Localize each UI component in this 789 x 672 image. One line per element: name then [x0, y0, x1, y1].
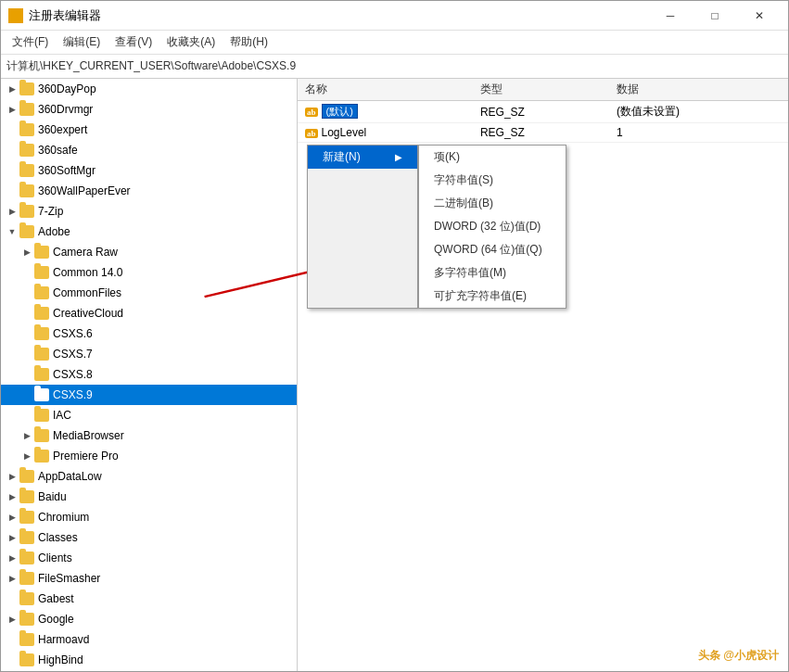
tree-item[interactable]: ▶Premiere Pro — [1, 446, 297, 466]
context-menu-item[interactable]: 可扩充字符串值(E) — [419, 285, 566, 308]
cell-type: REG_SZ — [473, 101, 609, 123]
expand-icon[interactable] — [19, 347, 34, 361]
expand-icon[interactable] — [5, 653, 19, 667]
context-menu-item[interactable]: 二进制值(B) — [419, 192, 566, 215]
tree-label: Common 14.0 — [53, 266, 122, 279]
new-submenu: 新建(N) ▶ — [307, 145, 418, 309]
tree-item[interactable]: ▶AppDataLow — [1, 466, 297, 487]
expand-icon[interactable]: ▶ — [5, 82, 19, 96]
window-title: 注册表编辑器 — [29, 7, 649, 24]
menu-item[interactable]: 帮助(H) — [223, 32, 275, 53]
context-menu-item[interactable]: 字符串值(S) — [419, 169, 566, 192]
tree-item[interactable]: CSXS.8 — [1, 364, 297, 385]
expand-icon[interactable] — [5, 163, 19, 178]
expand-icon[interactable]: ▶ — [5, 469, 19, 484]
tree-label: MediaBrowser — [53, 429, 124, 442]
tree-item[interactable]: ▶Classes — [1, 527, 297, 548]
expand-icon[interactable]: ▶ — [19, 245, 34, 260]
maximize-button[interactable]: □ — [694, 1, 736, 31]
folder-icon — [19, 82, 34, 95]
svg-rect-2 — [9, 17, 15, 22]
context-menu-item[interactable]: 项(K) — [419, 146, 566, 169]
expand-icon[interactable]: ▶ — [5, 551, 19, 565]
expand-icon[interactable]: ▶ — [5, 571, 19, 586]
tree-item[interactable]: ▶Camera Raw — [1, 242, 297, 262]
context-menu-item[interactable]: 多字符串值(M) — [419, 261, 566, 285]
folder-icon — [34, 368, 49, 381]
tree-item[interactable]: Common 14.0 — [1, 262, 297, 283]
menu-item[interactable]: 编辑(E) — [56, 32, 108, 53]
cell-data: (数值未设置) — [609, 101, 788, 123]
tree-item[interactable]: ▶FileSmasher — [1, 568, 297, 589]
menu-item[interactable]: 收藏夹(A) — [159, 32, 223, 53]
expand-icon[interactable]: ▶ — [5, 530, 19, 545]
tree-label: 360SoftMgr — [38, 164, 95, 177]
tree-item[interactable]: CommonFiles — [1, 283, 297, 303]
table-row[interactable]: ab(默认)REG_SZ(数值未设置) — [298, 101, 788, 123]
tree-item[interactable]: 360safe — [1, 140, 297, 160]
expand-icon[interactable]: ▶ — [5, 102, 19, 117]
tree-item[interactable]: ▶MediaBrowser — [1, 425, 297, 446]
expand-icon[interactable] — [19, 285, 34, 300]
tree-item[interactable]: IAC — [1, 405, 297, 425]
expand-icon[interactable] — [5, 591, 19, 606]
tree-item[interactable]: CSXS.6 — [1, 323, 297, 344]
expand-icon[interactable] — [19, 408, 34, 423]
expand-icon[interactable] — [5, 143, 19, 158]
tree-item[interactable]: ▶Baidu — [1, 487, 297, 507]
tree-item[interactable]: CSXS.7 — [1, 344, 297, 364]
new-menu-item[interactable]: 新建(N) ▶ — [308, 146, 417, 169]
new-type-submenu: 项(K)字符串值(S)二进制值(B)DWORD (32 位)值(D)QWORD … — [418, 145, 566, 309]
expand-icon[interactable] — [5, 122, 19, 137]
expand-icon[interactable] — [19, 306, 34, 321]
svg-rect-3 — [17, 17, 22, 22]
tree-label: Chromium — [38, 511, 89, 524]
expand-icon[interactable]: ▼ — [5, 224, 19, 239]
tree-item[interactable]: ▶360Drvmgr — [1, 99, 297, 120]
tree-item[interactable]: ▶7-Zip — [1, 201, 297, 222]
cell-data: 1 — [609, 123, 788, 143]
expand-icon[interactable]: ▶ — [5, 510, 19, 525]
expand-icon[interactable]: ▶ — [19, 449, 34, 463]
tree-item[interactable]: ▶Clients — [1, 548, 297, 568]
expand-icon[interactable]: ▶ — [5, 489, 19, 504]
tree-panel[interactable]: ▶360DayPop▶360Drvmgr360expert360safe360S… — [1, 79, 298, 671]
expand-icon[interactable]: ▶ — [19, 428, 34, 443]
tree-item[interactable]: CSXS.9 — [1, 385, 297, 405]
context-menu-item[interactable]: QWORD (64 位)值(Q) — [419, 238, 566, 261]
expand-icon[interactable]: ▶ — [5, 204, 19, 219]
folder-icon — [19, 123, 34, 136]
expand-icon[interactable] — [5, 184, 19, 198]
expand-icon[interactable] — [19, 265, 34, 280]
tree-item[interactable]: ▶Google — [1, 609, 297, 629]
expand-icon[interactable] — [19, 387, 34, 402]
context-menu-item[interactable]: DWORD (32 位)值(D) — [419, 215, 566, 238]
tree-label: Harmoavd — [38, 633, 89, 646]
tree-item[interactable]: CreativeCloud — [1, 303, 297, 323]
minimize-button[interactable]: ─ — [649, 1, 692, 31]
menu-item[interactable]: 文件(F) — [5, 32, 56, 53]
tree-item[interactable]: Harmoavd — [1, 629, 297, 650]
tree-item[interactable]: ▶360DayPop — [1, 79, 297, 99]
folder-icon — [19, 103, 34, 116]
close-button[interactable]: ✕ — [738, 1, 781, 31]
tree-item[interactable]: ▼Adobe — [1, 222, 297, 242]
expand-icon[interactable]: ▶ — [5, 612, 19, 627]
folder-icon — [34, 266, 49, 279]
folder-icon — [19, 531, 34, 544]
table-row[interactable]: abLogLevelREG_SZ1 — [298, 123, 788, 143]
tree-item[interactable]: Gabest — [1, 589, 297, 609]
menu-item[interactable]: 查看(V) — [108, 32, 159, 53]
tree-item[interactable]: 360expert — [1, 120, 297, 140]
expand-icon[interactable] — [5, 632, 19, 647]
expand-icon[interactable] — [19, 367, 34, 382]
tree-item[interactable]: HighBind — [1, 650, 297, 670]
tree-item[interactable]: 360WallPaperEver — [1, 181, 297, 201]
tree-label: Camera Raw — [53, 246, 118, 259]
folder-icon — [19, 470, 34, 483]
tree-item[interactable]: ▶Chromium — [1, 507, 297, 527]
watermark: 头条 @小虎设计 — [698, 648, 779, 664]
tree-item[interactable]: 360SoftMgr — [1, 160, 297, 181]
expand-icon[interactable] — [19, 326, 34, 341]
folder-icon — [19, 184, 34, 197]
